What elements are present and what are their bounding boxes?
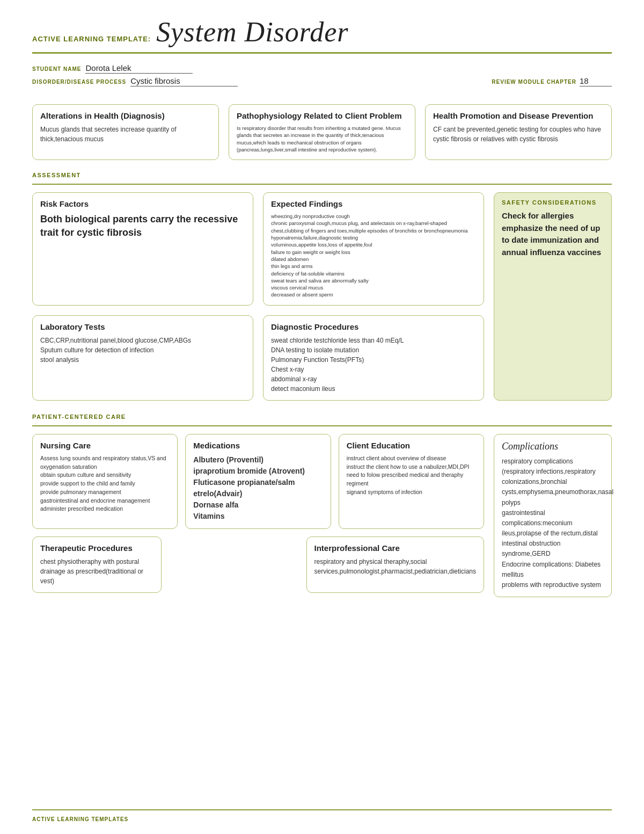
diagnostic-body: sweat chloride testchloride less than 40…	[271, 336, 476, 394]
pcc-label: PATIENT-CENTERED CARE	[32, 414, 612, 420]
pcc-empty-cell	[169, 536, 298, 593]
assessment-row-1: Risk Factors Both biological parents car…	[32, 192, 484, 306]
interprofessional-body: respiratory and physical theraphy,social…	[314, 557, 476, 576]
alterations-card: Alterations in Health (Diagnosis) Mucus …	[32, 104, 219, 160]
diagnostic-card: Diagnostic Procedures sweat chloride tes…	[263, 315, 484, 401]
lab-tests-card: Laboratory Tests CBC,CRP,nutritional pan…	[32, 315, 253, 401]
assessment-label: ASSESSMENT	[32, 172, 612, 178]
assessment-section: Risk Factors Both biological parents car…	[32, 192, 612, 401]
name-value: Dorota Lelek	[85, 63, 193, 74]
medications-body: Albutero (Proventil) ipraprotium bromide…	[193, 454, 323, 522]
diagnostic-title: Diagnostic Procedures	[271, 322, 476, 331]
medications-card: Medications Albutero (Proventil) iprapro…	[185, 434, 331, 529]
health-promotion-body: CF cant be prevented,genetic testing for…	[433, 125, 604, 144]
review-label: REVIEW MODULE CHAPTER	[492, 79, 576, 85]
nursing-care-title: Nursing Care	[40, 441, 170, 450]
review-value: 18	[580, 76, 612, 86]
client-education-card: Client Education instruct client about o…	[339, 434, 484, 529]
complications-card: Complications respiratory complications …	[494, 434, 612, 597]
expected-findings-card: Expected Findings wheezing,dry nonproduc…	[263, 192, 484, 306]
pcc-divider	[32, 425, 612, 426]
assessment-row-2: Laboratory Tests CBC,CRP,nutritional pan…	[32, 315, 484, 401]
pcc-top-grid: Nursing Care Assess lung sounds and resp…	[32, 434, 484, 529]
review-row: REVIEW MODULE CHAPTER 18	[492, 76, 612, 86]
health-promotion-card: Health Promotion and Disease Prevention …	[425, 104, 612, 160]
safety-card: SAFETY CONSIDERATIONS Check for allergie…	[494, 192, 612, 401]
page-container: ACTIVE LEARNING TEMPLATE: System Disorde…	[0, 0, 644, 834]
header-label: ACTIVE LEARNING TEMPLATE:	[32, 35, 151, 43]
safety-title: SAFETY CONSIDERATIONS	[502, 199, 604, 206]
interprofessional-title: Interprofessional Care	[314, 543, 476, 553]
client-education-title: Client Education	[347, 441, 476, 450]
complications-body: respiratory complications (respiratory i…	[502, 456, 604, 590]
student-info: STUDENT NAME Dorota Lelek DISORDER/DISEA…	[32, 63, 612, 89]
nursing-care-body: Assess lung sounds and respiratory statu…	[40, 454, 170, 513]
disorder-label: DISORDER/DISEASE PROCESS	[32, 79, 126, 85]
pcc-bottom-grid: Therapeutic Procedures chest physiothera…	[32, 536, 484, 593]
top-grid: Alterations in Health (Diagnosis) Mucus …	[32, 104, 612, 160]
pathophysiology-card: Pathophysiology Related to Client Proble…	[229, 104, 415, 160]
disorder-info-row: DISORDER/DISEASE PROCESS Cystic fibrosis	[32, 76, 238, 86]
header-section: ACTIVE LEARNING TEMPLATE: System Disorde…	[32, 16, 612, 54]
lab-tests-title: Laboratory Tests	[40, 322, 245, 331]
assessment-divider	[32, 184, 612, 185]
name-label: STUDENT NAME	[32, 66, 81, 72]
disorder-row: DISORDER/DISEASE PROCESS Cystic fibrosis…	[32, 76, 612, 89]
name-row: STUDENT NAME Dorota Lelek	[32, 63, 193, 74]
student-row: STUDENT NAME Dorota Lelek	[32, 63, 612, 76]
assessment-main: Risk Factors Both biological parents car…	[32, 192, 484, 401]
risk-factors-title: Risk Factors	[40, 199, 245, 208]
disorder-value: Cystic fibrosis	[130, 76, 238, 86]
header-title: System Disorder	[156, 16, 348, 48]
interprofessional-card: Interprofessional Care respiratory and p…	[306, 536, 484, 593]
pcc-section: Nursing Care Assess lung sounds and resp…	[32, 434, 612, 597]
safety-body: Check for allergies emphasize the need o…	[502, 210, 604, 258]
lab-tests-body: CBC,CRP,nutritional panel,blood glucose,…	[40, 336, 245, 365]
alterations-title: Alterations in Health (Diagnosis)	[40, 111, 211, 120]
therapeutic-title: Therapeutic Procedures	[40, 543, 153, 553]
health-promotion-title: Health Promotion and Disease Prevention	[433, 111, 604, 120]
safety-section: SAFETY CONSIDERATIONS Check for allergie…	[494, 192, 612, 401]
footer: ACTIVE LEARNING TEMPLATES	[32, 809, 612, 823]
expected-findings-title: Expected Findings	[271, 199, 476, 208]
pcc-main: Nursing Care Assess lung sounds and resp…	[32, 434, 484, 597]
alterations-body: Mucus glands that secretes increase quan…	[40, 125, 211, 144]
medications-title: Medications	[193, 441, 323, 450]
nursing-care-card: Nursing Care Assess lung sounds and resp…	[32, 434, 178, 529]
pathophysiology-body: Is respiratory disorder that results fro…	[237, 125, 407, 153]
therapeutic-body: chest physiotheraphy with postural drain…	[40, 557, 153, 586]
footer-text: ACTIVE LEARNING TEMPLATES	[32, 816, 128, 822]
complications-section: Complications respiratory complications …	[494, 434, 612, 597]
risk-factors-body: Both biological parents carry the recess…	[40, 213, 245, 240]
client-education-body: instruct client about overview of diseas…	[347, 454, 476, 497]
expected-findings-body: wheezing,dry nonproductive cough chronic…	[271, 213, 476, 299]
complications-title: Complications	[502, 441, 604, 452]
pathophysiology-title: Pathophysiology Related to Client Proble…	[237, 111, 407, 120]
risk-factors-card: Risk Factors Both biological parents car…	[32, 192, 253, 306]
therapeutic-card: Therapeutic Procedures chest physiothera…	[32, 536, 162, 593]
